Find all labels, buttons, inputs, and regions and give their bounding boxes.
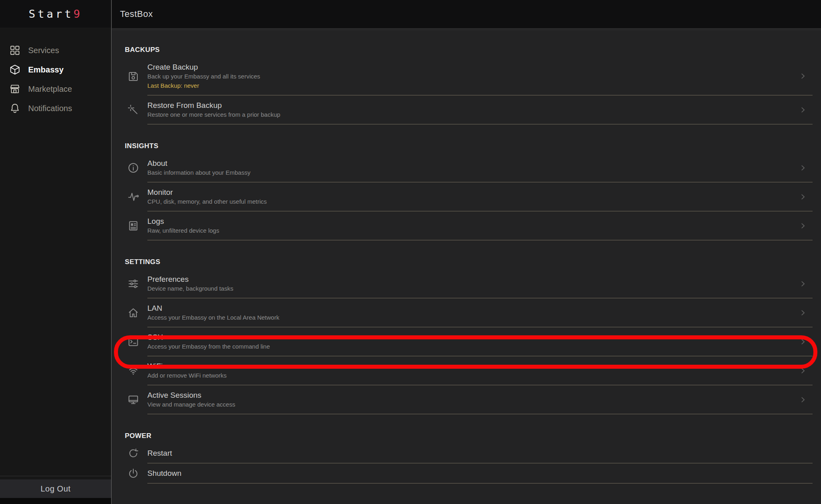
row-subtitle: Basic information about your Embassy (147, 169, 799, 177)
section-title: BACKUPS (125, 28, 813, 57)
section-power: POWER Restart Shutdown (125, 414, 813, 483)
logs-icon (125, 211, 147, 240)
main-area: TestBox BACKUPS Create Backup Back up yo… (112, 0, 821, 504)
desktop-icon (125, 385, 147, 414)
settings-content: BACKUPS Create Backup Back up your Embas… (112, 28, 821, 504)
row-title: About (147, 159, 799, 168)
options-icon (125, 269, 147, 298)
row-title: Preferences (147, 275, 799, 284)
row-title: Restart (147, 448, 813, 458)
chevron-right-icon (799, 222, 807, 230)
row-subtitle: Restore one or more services from a prio… (147, 111, 799, 119)
page-title: TestBox (120, 9, 153, 19)
wand-icon (125, 95, 147, 124)
row-title: Shutdown (147, 469, 813, 478)
chevron-right-icon (799, 72, 807, 80)
row-title: Monitor (147, 188, 799, 197)
logo-accent: 9 (74, 8, 83, 20)
pulse-icon (125, 182, 147, 211)
chevron-right-icon (799, 193, 807, 201)
row-about[interactable]: About Basic information about your Embas… (125, 153, 813, 182)
row-subtitle: Access your Embassy from the command lin… (147, 343, 799, 351)
start9-logo: Start9 (29, 8, 83, 20)
sidebar-item-notifications[interactable]: Notifications (0, 99, 111, 118)
section-title: POWER (125, 414, 813, 443)
chevron-right-icon (799, 164, 807, 172)
row-subtitle: Access your Embassy on the Local Area Ne… (147, 314, 799, 322)
grid-icon (9, 45, 21, 56)
row-logs[interactable]: Logs Raw, unfiltered device logs (125, 211, 813, 240)
restart-icon (125, 443, 147, 463)
row-lan[interactable]: LAN Access your Embassy on the Local Are… (125, 298, 813, 327)
chevron-right-icon (799, 338, 807, 346)
home-icon (125, 298, 147, 327)
sidebar-item-embassy[interactable]: Embassy (0, 60, 111, 79)
row-title: Active Sessions (147, 390, 799, 400)
section-backups: BACKUPS Create Backup Back up your Embas… (125, 28, 813, 124)
sidebar-nav: Services Embassy Marketplace Notificatio… (0, 41, 111, 118)
row-shutdown[interactable]: Shutdown (125, 463, 813, 483)
chevron-right-icon (799, 396, 807, 404)
row-subtitle: Add or remove WiFi networks (147, 372, 799, 380)
logout-area: Log Out (0, 476, 111, 504)
chevron-right-icon (799, 367, 807, 375)
storefront-icon (9, 83, 21, 95)
logout-bottom-strip (0, 498, 111, 504)
row-subtitle: Back up your Embassy and all its service… (147, 72, 799, 81)
logo-text: Start (29, 8, 73, 20)
row-wifi[interactable]: WiFi Add or remove WiFi networks (125, 356, 813, 385)
row-monitor[interactable]: Monitor CPU, disk, memory, and other use… (125, 182, 813, 211)
bell-icon (9, 103, 21, 114)
cube-icon (9, 64, 21, 75)
logout-button[interactable]: Log Out (0, 479, 111, 498)
row-create-backup[interactable]: Create Backup Back up your Embassy and a… (125, 57, 813, 95)
sidebar: Start9 Services Embassy Marketplace Noti… (0, 0, 112, 504)
row-restore-from-backup[interactable]: Restore From Backup Restore one or more … (125, 95, 813, 124)
wifi-icon (125, 356, 147, 385)
row-title: Logs (147, 217, 799, 226)
row-preferences[interactable]: Preferences Device name, background task… (125, 269, 813, 298)
sidebar-header: Start9 (0, 0, 111, 28)
row-subtitle: Device name, background tasks (147, 285, 799, 293)
row-subtitle: CPU, disk, memory, and other useful metr… (147, 198, 799, 206)
section-insights: INSIGHTS About Basic information about y… (125, 124, 813, 240)
main-header: TestBox (112, 0, 821, 28)
row-title: LAN (147, 304, 799, 313)
row-title: WiFi (147, 361, 799, 371)
row-restart[interactable]: Restart (125, 443, 813, 463)
row-title: Restore From Backup (147, 101, 799, 110)
row-ssh[interactable]: SSH Access your Embassy from the command… (125, 327, 813, 356)
row-note: Last Backup: never (147, 82, 799, 90)
terminal-icon (125, 327, 147, 356)
sidebar-item-marketplace[interactable]: Marketplace (0, 79, 111, 99)
section-title: INSIGHTS (125, 124, 813, 153)
row-subtitle: View and manage device access (147, 401, 799, 409)
logout-divider (0, 476, 111, 476)
section-settings: SETTINGS Preferences Device name, backgr… (125, 240, 813, 414)
row-active-sessions[interactable]: Active Sessions View and manage device a… (125, 385, 813, 414)
power-icon (125, 463, 147, 483)
row-title: Create Backup (147, 62, 799, 72)
section-title: SETTINGS (125, 240, 813, 269)
chevron-right-icon (799, 106, 807, 114)
sidebar-item-services[interactable]: Services (0, 41, 111, 60)
row-subtitle: Raw, unfiltered device logs (147, 227, 799, 235)
chevron-right-icon (799, 280, 807, 288)
save-icon (125, 57, 147, 95)
chevron-right-icon (799, 309, 807, 317)
row-title: SSH (147, 333, 799, 342)
info-icon (125, 153, 147, 182)
